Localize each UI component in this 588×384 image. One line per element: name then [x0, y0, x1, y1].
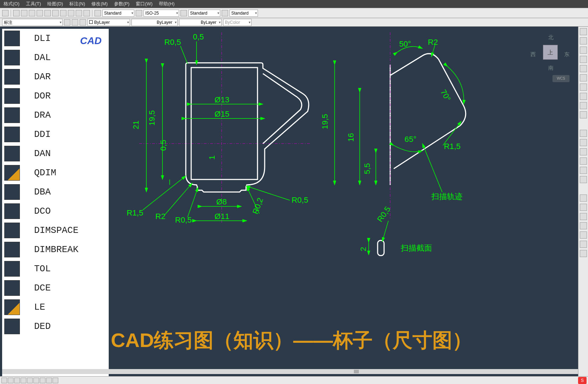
h-scrollbar[interactable] — [2, 369, 580, 374]
sb-icon[interactable] — [46, 378, 52, 383]
rtool-icon[interactable] — [580, 231, 587, 239]
tool-icon[interactable] — [83, 10, 90, 16]
tool-icon[interactable] — [64, 19, 70, 26]
rtool-icon[interactable] — [580, 241, 587, 248]
m7[interactable]: 窗口(W) — [136, 1, 152, 7]
rtool-icon[interactable] — [580, 47, 587, 54]
panel-row[interactable]: DCO — [2, 202, 109, 221]
rtool-icon[interactable] — [580, 250, 587, 257]
sb-icon[interactable] — [8, 378, 14, 383]
rtool-icon[interactable] — [580, 158, 587, 165]
sb-icon[interactable] — [40, 378, 45, 383]
dim-style[interactable]: ISO-25 — [144, 10, 179, 17]
sb-icon[interactable] — [1, 378, 7, 383]
tool-icon[interactable] — [80, 19, 86, 26]
rtool-icon[interactable] — [580, 194, 587, 202]
tool-icon[interactable] — [21, 10, 27, 16]
panel-row[interactable]: DAR — [2, 67, 109, 86]
sb-icon[interactable] — [14, 378, 20, 383]
m6[interactable]: 参数(P) — [114, 1, 129, 7]
panel-row[interactable]: DDI — [2, 125, 109, 144]
sb-icon[interactable] — [53, 378, 58, 383]
panel-row[interactable]: DAN — [2, 144, 109, 163]
layer-dd[interactable]: 标注 — [2, 19, 63, 26]
rtool-icon[interactable] — [580, 84, 587, 91]
panel-row[interactable]: QDIM — [2, 163, 109, 182]
tool-icon[interactable] — [2, 10, 9, 16]
tool-icon[interactable] — [136, 10, 142, 16]
rtool-icon[interactable] — [580, 213, 587, 220]
tool-icon[interactable] — [95, 10, 101, 16]
m3[interactable]: 绘图(D) — [47, 1, 63, 7]
panel-row[interactable]: DED — [2, 317, 109, 336]
svg-text:1: 1 — [207, 155, 216, 160]
svg-text:R2: R2 — [155, 212, 165, 221]
ime-icon[interactable]: S — [578, 377, 587, 384]
sb-icon[interactable] — [21, 378, 26, 383]
tool-icon[interactable] — [76, 10, 82, 16]
cmd-label: DRA — [34, 110, 51, 121]
panel-row[interactable]: DIMBREAK — [2, 240, 109, 259]
panel-row[interactable]: DAL — [2, 48, 109, 67]
rtool-icon[interactable] — [580, 93, 587, 100]
rtool-icon[interactable] — [580, 148, 587, 155]
rtool-icon[interactable] — [580, 130, 587, 137]
tool-icon[interactable] — [60, 10, 66, 16]
rtool-icon[interactable] — [580, 56, 587, 63]
m2[interactable]: 工具(T) — [26, 1, 41, 7]
m8[interactable]: 帮助(H) — [159, 1, 174, 7]
svg-text:Ø13: Ø13 — [215, 95, 230, 104]
sb-icon[interactable] — [33, 378, 39, 383]
rtool-icon[interactable] — [580, 204, 587, 211]
lweight-dd[interactable]: ByLayer — [179, 19, 222, 26]
tool-icon[interactable] — [52, 10, 59, 16]
tool-icon[interactable] — [13, 10, 20, 16]
svg-text:5,5: 5,5 — [363, 163, 372, 174]
svg-text:19,5: 19,5 — [320, 114, 329, 129]
panel-row[interactable]: DIMSPACE — [2, 221, 109, 240]
rtool-icon[interactable] — [580, 176, 587, 183]
panel-row[interactable]: DOR — [2, 86, 109, 106]
dim-icon — [4, 280, 20, 296]
canvas[interactable]: CAD DLIDALDARDORDRADDIDANQDIMDBADCODIMSP… — [2, 29, 580, 368]
dim-icon — [4, 261, 20, 277]
tool-icon[interactable] — [29, 10, 35, 16]
cmd-label: TOL — [34, 263, 51, 274]
rtool-icon[interactable] — [580, 37, 587, 44]
tool-icon[interactable] — [44, 10, 51, 16]
plot-dd[interactable]: ByColor — [223, 19, 252, 26]
panel-row[interactable]: LE — [2, 298, 109, 317]
panel-row[interactable]: DRA — [2, 106, 109, 125]
color-dd[interactable]: ByLayer — [87, 19, 130, 26]
ml-style[interactable]: Standard — [230, 10, 258, 17]
svg-text:Ø8: Ø8 — [216, 197, 227, 206]
cmd-label: DCO — [34, 206, 51, 217]
rtool-icon[interactable] — [580, 102, 587, 109]
ltype-dd[interactable]: ByLayer — [131, 19, 178, 26]
m4[interactable]: 标注(N) — [69, 1, 85, 7]
table-style[interactable]: Standard — [188, 10, 220, 17]
rtool-icon[interactable] — [580, 74, 587, 81]
panel-row[interactable]: DCE — [2, 278, 109, 298]
svg-text:Ø11: Ø11 — [215, 212, 230, 221]
rtool-icon[interactable] — [580, 167, 587, 174]
m1[interactable]: 格式(O) — [4, 1, 20, 7]
svg-line-25 — [188, 187, 198, 217]
tool-icon[interactable] — [222, 10, 228, 16]
svg-line-21 — [143, 176, 186, 210]
tool-icon[interactable] — [72, 19, 78, 26]
tool-icon[interactable] — [37, 10, 43, 16]
rtool-icon[interactable] — [580, 222, 587, 229]
panel-row[interactable]: TOL — [2, 259, 109, 278]
sb-icon[interactable] — [27, 378, 33, 383]
text-style[interactable]: Standard — [102, 10, 134, 17]
rtool-icon[interactable] — [580, 111, 587, 118]
tool-icon[interactable] — [68, 10, 74, 16]
m5[interactable]: 修改(M) — [91, 1, 108, 7]
dim-icon — [4, 127, 20, 142]
panel-row[interactable]: DBA — [2, 182, 109, 202]
rtool-icon[interactable] — [580, 65, 587, 72]
tool-icon[interactable] — [180, 10, 187, 16]
rtool-icon[interactable] — [580, 139, 587, 146]
rtool-icon[interactable] — [580, 28, 587, 35]
